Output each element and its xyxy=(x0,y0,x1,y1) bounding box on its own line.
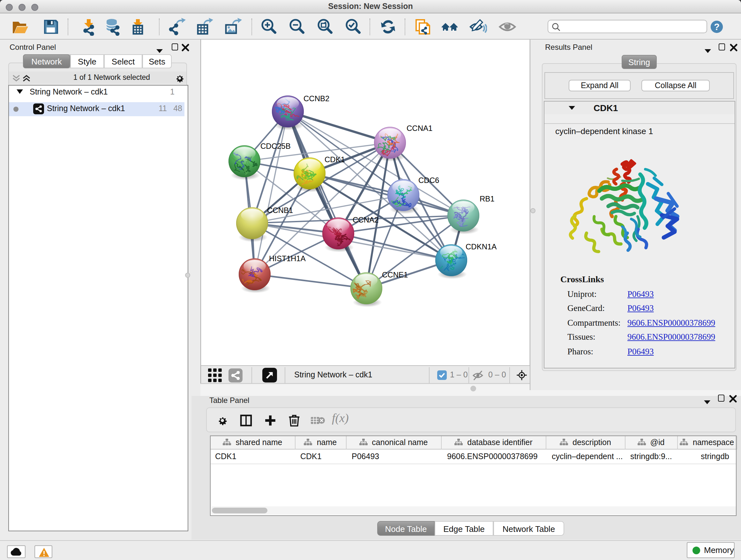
svg-text:CCNA2: CCNA2 xyxy=(353,215,379,224)
svg-text:CDC6: CDC6 xyxy=(418,176,439,185)
svg-text:CCNB1: CCNB1 xyxy=(267,206,293,214)
svg-text:?: ? xyxy=(714,22,720,32)
svg-text:CCNA1: CCNA1 xyxy=(407,124,432,132)
svg-text:CDC25B: CDC25B xyxy=(260,142,291,150)
svg-text:CDK1: CDK1 xyxy=(325,155,345,164)
svg-text:CCNE1: CCNE1 xyxy=(382,270,408,279)
svg-text:CCNB2: CCNB2 xyxy=(304,94,329,103)
svg-text:CDKN1A: CDKN1A xyxy=(466,242,496,251)
svg-text:RB1: RB1 xyxy=(480,194,495,203)
svg-text:HIST1H1A: HIST1H1A xyxy=(269,254,306,263)
